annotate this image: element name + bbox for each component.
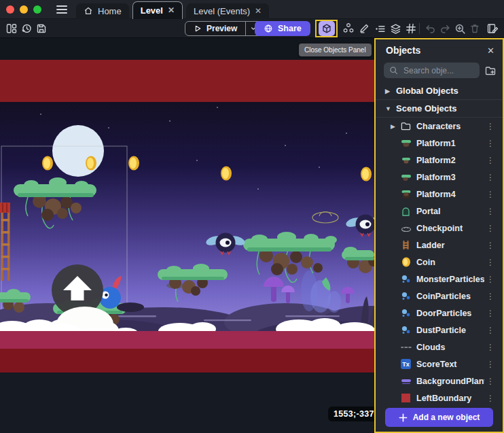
grid-button[interactable] (403, 21, 418, 36)
item-menu-button[interactable]: ⋮ (484, 224, 497, 233)
home-icon (84, 6, 93, 16)
item-menu-button[interactable]: ⋮ (484, 156, 497, 165)
tooltip-text: Close Objects Panel (304, 46, 366, 54)
section-scene-objects[interactable]: ▼ Scene Objects (376, 100, 503, 118)
object-item-characters[interactable]: ▶ Characters ⋮ (376, 118, 503, 135)
object-item-ladder[interactable]: Ladder ⋮ (376, 237, 503, 254)
minimize-window-button[interactable] (20, 5, 28, 14)
ufo-icon (400, 223, 412, 234)
particles-icon (400, 291, 412, 302)
share-button[interactable]: Share (255, 21, 310, 36)
platform-icon (400, 138, 412, 149)
scene-canvas (0, 38, 374, 433)
new-folder-icon[interactable] (485, 65, 496, 76)
item-menu-button[interactable]: ⋮ (484, 377, 497, 386)
panels-button[interactable] (4, 21, 19, 36)
item-menu-button[interactable]: ⋮ (484, 207, 497, 216)
object-item-coin[interactable]: Coin ⋮ (376, 254, 503, 271)
particles-icon (400, 325, 412, 336)
object-item-platform3[interactable]: Platform3 ⋮ (376, 169, 503, 186)
platform-icon (400, 189, 412, 200)
events-sheet-button[interactable] (485, 21, 500, 36)
item-menu-button[interactable]: ⋮ (484, 173, 497, 182)
objects-cube-icon (321, 23, 332, 34)
close-panel-icon[interactable]: ✕ (487, 46, 494, 56)
tooltip: Close Objects Panel (299, 44, 372, 56)
save-button[interactable] (34, 21, 49, 36)
particles-icon (400, 308, 412, 319)
menu-icon[interactable] (56, 5, 67, 14)
add-new-object-button[interactable]: Add a new object (385, 408, 493, 427)
object-item-clouds[interactable]: Clouds ⋮ (376, 339, 503, 356)
preview-label: Preview (206, 24, 237, 33)
window-controls (6, 5, 41, 14)
preview-button[interactable]: Preview (185, 22, 245, 35)
close-tab-icon[interactable]: ✕ (168, 6, 175, 14)
dark-red-band (0, 349, 374, 373)
layers-button[interactable] (388, 21, 403, 36)
object-item-portal[interactable]: Portal ⋮ (376, 203, 503, 220)
play-icon (194, 24, 202, 33)
crimson-band (0, 331, 374, 349)
object-item-platform1[interactable]: Platform1 ⋮ (376, 135, 503, 152)
item-menu-button[interactable]: ⋮ (484, 326, 497, 335)
folder-icon (400, 121, 412, 132)
object-item-platform4[interactable]: Platform4 ⋮ (376, 186, 503, 203)
zoom-in-button[interactable] (452, 21, 467, 36)
tab-level[interactable]: Level ✕ (132, 1, 183, 19)
object-item-checkpoint[interactable]: Checkpoint ⋮ (376, 220, 503, 237)
object-item-backgroundplants[interactable]: BackgroundPlants ⋮ (376, 373, 503, 389)
item-menu-button[interactable]: ⋮ (484, 394, 497, 403)
coin-icon (400, 257, 412, 268)
object-item-leftboundary[interactable]: LeftBoundary ⋮ (376, 389, 503, 406)
edit-button[interactable] (357, 21, 372, 36)
item-menu-button[interactable]: ⋮ (484, 309, 497, 318)
redo-button[interactable] (437, 21, 452, 36)
item-menu-button[interactable]: ⋮ (484, 190, 497, 199)
tab-level-events[interactable]: Level (Events) ✕ (186, 3, 269, 19)
history-button[interactable] (19, 21, 34, 36)
text-icon: Tx (400, 359, 412, 370)
section-global-objects[interactable]: ▶ Global Objects (376, 82, 503, 100)
tab-label: Home (98, 6, 122, 16)
top-boundary (0, 60, 374, 102)
chevron-right-icon[interactable]: ▶ (391, 123, 400, 130)
portal-icon (400, 206, 412, 217)
chevron-down-icon: ▼ (385, 105, 391, 112)
search-input[interactable] (402, 65, 466, 76)
tab-home[interactable]: Home (76, 3, 129, 19)
platform-icon (400, 172, 412, 183)
object-item-doorparticles[interactable]: DoorParticles ⋮ (376, 305, 503, 322)
item-menu-button[interactable]: ⋮ (484, 292, 497, 301)
undo-button[interactable] (422, 21, 437, 36)
titlebar: Home Level ✕ Level (Events) ✕ (0, 0, 504, 19)
object-item-coinparticles[interactable]: CoinParticles ⋮ (376, 288, 503, 305)
object-item-platform2[interactable]: Platform2 ⋮ (376, 152, 503, 169)
object-item-dustparticle[interactable]: DustParticle ⋮ (376, 322, 503, 339)
properties-button[interactable] (372, 21, 387, 36)
item-menu-button[interactable]: ⋮ (484, 275, 497, 284)
objects-panel-button[interactable] (319, 21, 335, 36)
object-item-monsterparticles[interactable]: MonsterParticles ⋮ (376, 271, 503, 288)
item-menu-button[interactable]: ⋮ (484, 139, 497, 148)
ladder-icon (400, 240, 412, 251)
plus-icon (399, 413, 408, 422)
coin (86, 156, 96, 171)
item-menu-button[interactable]: ⋮ (484, 241, 497, 250)
coin (42, 156, 53, 171)
scene-editor-canvas[interactable]: 1553;-337 (0, 38, 374, 433)
chevron-right-icon: ▶ (385, 88, 391, 94)
object-item-scoretext[interactable]: Tx ScoreText ⋮ (376, 356, 503, 373)
item-menu-button[interactable]: ⋮ (484, 258, 497, 267)
item-menu-button[interactable]: ⋮ (484, 122, 497, 131)
moon[interactable] (52, 125, 104, 177)
delete-button[interactable] (467, 21, 482, 36)
item-menu-button[interactable]: ⋮ (484, 360, 497, 369)
maximize-window-button[interactable] (33, 5, 41, 14)
object-search-box[interactable] (384, 63, 480, 78)
share-label: Share (278, 24, 302, 33)
close-window-button[interactable] (6, 5, 14, 14)
close-tab-icon[interactable]: ✕ (255, 7, 262, 15)
item-menu-button[interactable]: ⋮ (484, 343, 497, 352)
object-groups-button[interactable] (341, 21, 356, 36)
